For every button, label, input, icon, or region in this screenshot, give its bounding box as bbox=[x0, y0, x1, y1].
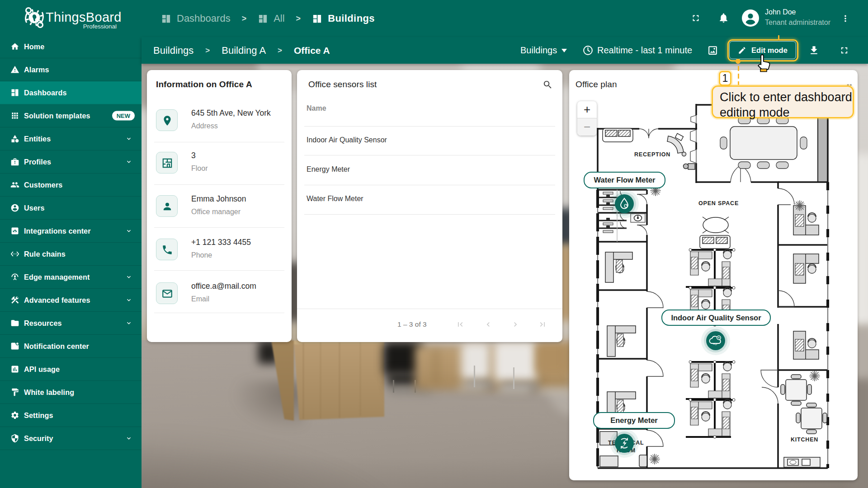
svg-text:RECEPTION: RECEPTION bbox=[634, 151, 670, 158]
svg-text:KITCHEN: KITCHEN bbox=[791, 436, 818, 443]
svg-text:AQI: AQI bbox=[713, 343, 717, 345]
svg-text:OPEN SPACE: OPEN SPACE bbox=[698, 200, 739, 206]
